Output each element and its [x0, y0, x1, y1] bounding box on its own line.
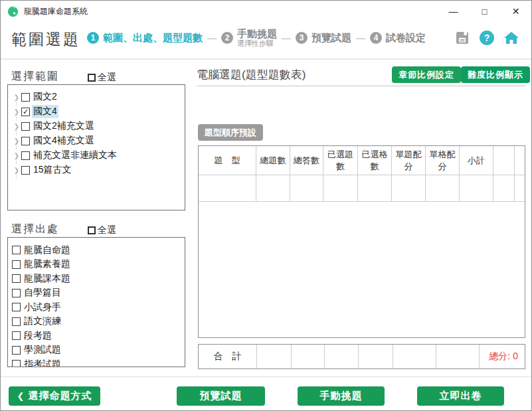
- tree-item-label[interactable]: 補充文選非連續文本: [32, 149, 118, 162]
- list-item-label[interactable]: 龍騰課本題: [23, 272, 72, 286]
- source-list: 龍騰自命題 龍騰素養題 龍騰課本題 自學篇目 小試身手 語文演練 段考題 學測: [8, 238, 185, 367]
- step-dash: —: [207, 33, 217, 43]
- step-4-label[interactable]: 試卷設定: [386, 32, 426, 44]
- checkbox-guowen2[interactable]: [21, 93, 30, 102]
- range-select-all-checkbox[interactable]: [88, 74, 96, 82]
- list-item[interactable]: 龍騰自命題: [12, 243, 185, 258]
- list-item-label[interactable]: 龍騰素養題: [23, 258, 72, 271]
- help-icon[interactable]: ?: [479, 30, 495, 46]
- close-icon[interactable]: ✕: [500, 1, 531, 22]
- home-icon[interactable]: [503, 30, 519, 46]
- tree-item-guowen4-supplement[interactable]: ❯ 國文4補充文選: [12, 133, 185, 148]
- table-cell: [290, 175, 323, 202]
- list-item[interactable]: 指考試題: [12, 357, 185, 367]
- list-item-label[interactable]: 龍騰自命題: [23, 244, 72, 257]
- question-order-preset-button[interactable]: 題型順序預設: [198, 124, 263, 141]
- table-header-row: 題 型 總題數 總答數 已選題數 已選格數 單題配分 單格配分 小計: [199, 146, 525, 175]
- page-title: 範圍選題: [11, 29, 80, 50]
- source-select-all[interactable]: 全選: [88, 224, 116, 236]
- table-cell: [460, 175, 493, 202]
- list-item-label[interactable]: 語文演練: [23, 315, 62, 328]
- tree-item-label[interactable]: 國文2: [32, 90, 58, 104]
- totals-row: 合 計 總分:0: [198, 344, 525, 369]
- list-item[interactable]: 龍騰素養題: [12, 258, 185, 272]
- checkbox-selfstudy[interactable]: [12, 289, 21, 297]
- checkbox-quickpractice[interactable]: [12, 303, 21, 311]
- checkbox-midterm[interactable]: [12, 331, 21, 340]
- wizard-steps: 1 範圍、出處、題型題數 — 2 手動挑題 選擇性步驟 — 3 預覽試題 — 4…: [87, 29, 426, 47]
- tree-item-label[interactable]: 國文4: [32, 105, 58, 118]
- source-panel: 龍騰自命題 龍騰素養題 龍騰課本題 自學篇目 小試身手 語文演練 段考題 學測: [7, 237, 185, 367]
- checkbox-longteng-literacy[interactable]: [12, 260, 21, 269]
- computer-selection-title: 電腦選題(題型題數表): [197, 67, 306, 82]
- chevron-right-icon[interactable]: ❯: [12, 123, 21, 130]
- source-select-all-checkbox[interactable]: [88, 226, 96, 234]
- table-cell: [358, 175, 392, 202]
- checkbox-guowen2-supplement[interactable]: [21, 122, 30, 131]
- total-score: 總分:0: [489, 351, 518, 363]
- list-item-label[interactable]: 小試身手: [23, 301, 62, 314]
- maximize-icon[interactable]: □: [469, 1, 500, 22]
- export-now-button[interactable]: 立即出卷: [417, 386, 504, 406]
- list-item-label[interactable]: 段考題: [23, 329, 53, 343]
- range-select-all[interactable]: 全選: [88, 72, 116, 84]
- list-item-label[interactable]: 指考試題: [23, 358, 62, 367]
- checkbox-15-classics[interactable]: [21, 166, 30, 175]
- chevron-right-icon[interactable]: ❯: [12, 94, 21, 101]
- window-title: 龍騰題庫命題系統: [24, 6, 88, 17]
- checkbox-guowen4[interactable]: [21, 108, 30, 116]
- chapter-ratio-button[interactable]: 章節比例設定: [392, 66, 461, 83]
- table-cell: [199, 175, 256, 202]
- step-4-circle: 4: [370, 32, 382, 44]
- tree-item-guowen2[interactable]: ❯ 國文2: [12, 90, 185, 104]
- total-score-cell: 總分:0: [480, 345, 525, 369]
- checkbox-gsat[interactable]: [12, 346, 21, 355]
- list-item[interactable]: 小試身手: [12, 300, 185, 315]
- chevron-right-icon[interactable]: ❯: [12, 137, 21, 145]
- checkbox-guowen4-supplement[interactable]: [21, 137, 30, 145]
- tree-item-noncontinuous-text[interactable]: ❯ 補充文選非連續文本: [12, 148, 185, 163]
- tree-item-guowen2-supplement[interactable]: ❯ 國文2補充文選: [12, 119, 185, 133]
- app-logo-icon: [7, 6, 19, 17]
- checkbox-longteng-custom[interactable]: [12, 246, 21, 254]
- list-item-label[interactable]: 學測試題: [23, 343, 62, 357]
- checkbox-ast[interactable]: [12, 360, 21, 367]
- range-section-title: 選擇範圍: [11, 70, 59, 84]
- preview-questions-button[interactable]: 預覽試題: [177, 386, 265, 406]
- question-type-table: 題 型 總題數 總答數 已選題數 已選格數 單題配分 單格配分 小計: [198, 145, 525, 338]
- chevron-right-icon[interactable]: ❯: [12, 108, 21, 116]
- chevron-right-icon[interactable]: ❯: [12, 152, 21, 159]
- total-score-value: 0: [513, 351, 518, 361]
- step-2[interactable]: 手動挑題 選擇性步驟: [237, 29, 277, 47]
- tree-item-label[interactable]: 國文4補充文選: [32, 134, 96, 147]
- checkbox-noncontinuous-text[interactable]: [21, 151, 30, 160]
- list-item[interactable]: 自學篇目: [12, 286, 185, 301]
- manual-pick-button[interactable]: 手動挑題: [298, 386, 385, 406]
- tree-item-guowen4[interactable]: ❯ 國文4: [12, 104, 185, 119]
- list-item[interactable]: 段考題: [12, 329, 185, 343]
- col-header-empty: [493, 146, 515, 175]
- tree-item-15-classics[interactable]: ❯ 15篇古文: [12, 163, 185, 177]
- range-tree: ❯ 國文2 ❯ 國文4 ❯ 國文2補充文選 ❯ 國文4補充文選 ❯ 補充文選非連…: [8, 85, 185, 177]
- checkbox-language-drill[interactable]: [12, 317, 21, 326]
- col-header-subtotal: 小計: [460, 146, 493, 175]
- tree-item-label[interactable]: 15篇古文: [32, 163, 73, 177]
- list-item[interactable]: 語文演練: [12, 315, 185, 329]
- col-header-points-per-blank: 單格配分: [426, 146, 460, 175]
- checkbox-longteng-textbook[interactable]: [12, 274, 21, 283]
- table-cell: [515, 175, 525, 202]
- list-item[interactable]: 學測試題: [12, 343, 185, 358]
- save-icon[interactable]: [454, 30, 470, 46]
- svg-text:?: ?: [484, 33, 490, 43]
- step-3-label[interactable]: 預覽試題: [311, 32, 351, 44]
- list-item-label[interactable]: 自學篇目: [23, 286, 62, 299]
- chevron-right-icon[interactable]: ❯: [12, 167, 21, 174]
- tree-item-label[interactable]: 國文2補充文選: [32, 120, 96, 133]
- minimize-icon[interactable]: —: [438, 1, 469, 22]
- total-cell: [257, 345, 292, 369]
- step-1-label[interactable]: 範圍、出處、題型題數: [103, 32, 203, 44]
- choose-method-button[interactable]: ❮ 選擇命題方式: [9, 386, 100, 406]
- window-controls: — □ ✕: [438, 1, 531, 22]
- list-item[interactable]: 龍騰課本題: [12, 272, 185, 286]
- difficulty-ratio-button[interactable]: 難度比例顯示: [461, 66, 530, 83]
